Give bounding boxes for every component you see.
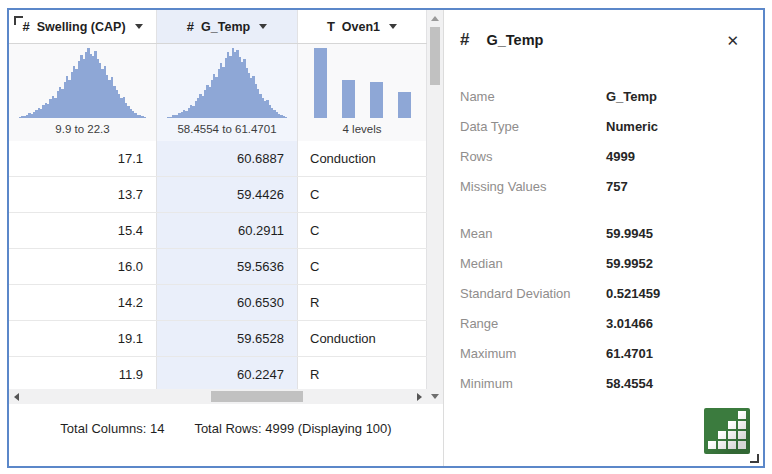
field-value: 4999: [606, 149, 635, 164]
resize-handle-bottom-right[interactable]: [750, 454, 759, 463]
table-cell[interactable]: 59.6528: [157, 321, 298, 356]
field-value: 3.01466: [606, 316, 653, 331]
table-cell[interactable]: Conduction: [298, 141, 427, 176]
dropdown-caret-icon[interactable]: [135, 24, 143, 29]
total-rows-label: Total Rows: 4999 (Displaying 100): [194, 421, 391, 436]
table-cell[interactable]: C: [298, 249, 427, 284]
panel-field: Minimum58.4554: [460, 368, 743, 398]
field-value: 59.9945: [606, 226, 653, 241]
numeric-type-icon: #: [22, 19, 29, 34]
table-row: 13.759.4426C: [9, 177, 443, 213]
field-label: Minimum: [460, 376, 606, 391]
table-row: 11.960.2247R: [9, 357, 443, 389]
column-range-label: 4 levels: [298, 118, 426, 141]
table-cell[interactable]: 60.2911: [157, 213, 298, 248]
total-columns-label: Total Columns: 14: [60, 421, 164, 436]
stair-column: [718, 431, 726, 449]
panel-field: NameG_Temp: [460, 81, 743, 111]
table-row: 16.059.5636C: [9, 249, 443, 285]
table-cell[interactable]: 19.1: [9, 321, 157, 356]
table-cell[interactable]: 13.7: [9, 177, 157, 212]
panel-field: Maximum61.4701: [460, 338, 743, 368]
table-rows: 17.160.6887Conduction13.759.4426C15.460.…: [9, 141, 443, 389]
column-summary-row: 9.9 to 22.358.4554 to 61.47014 levels: [9, 44, 443, 141]
table-cell[interactable]: 59.5636: [157, 249, 298, 284]
table-cell[interactable]: C: [298, 177, 427, 212]
stair-column: [708, 441, 716, 449]
text-type-icon: T: [327, 19, 335, 34]
column-summary-swelling-cap[interactable]: 9.9 to 22.3: [9, 44, 157, 141]
field-label: Maximum: [460, 346, 606, 361]
scroll-up-icon[interactable]: [431, 16, 439, 21]
spark-bar: [370, 82, 383, 118]
panel-field: Missing Values757: [460, 171, 743, 201]
panel-fields: NameG_TempData TypeNumericRows4999Missin…: [460, 81, 743, 398]
data-table-widget: #Swelling (CAP)#G_TempTOven1 9.9 to 22.3…: [7, 8, 765, 468]
table-cell[interactable]: 15.4: [9, 213, 157, 248]
table-cell[interactable]: 17.1: [9, 141, 157, 176]
table-row: 17.160.6887Conduction: [9, 141, 443, 177]
column-summary-oven1[interactable]: 4 levels: [298, 44, 427, 141]
numeric-type-icon: #: [460, 30, 469, 50]
spark-bar: [398, 92, 411, 118]
panel-field: Standard Deviation0.521459: [460, 278, 743, 308]
column-summary-g-temp[interactable]: 58.4554 to 61.4701: [157, 44, 298, 141]
panel-field: Mean59.9945: [460, 218, 743, 248]
field-label: Standard Deviation: [460, 286, 606, 301]
table-cell[interactable]: 16.0: [9, 249, 157, 284]
table-area: #Swelling (CAP)#G_TempTOven1 9.9 to 22.3…: [9, 10, 443, 466]
column-header-swelling-cap[interactable]: #Swelling (CAP): [9, 10, 157, 43]
dropdown-caret-icon[interactable]: [259, 24, 267, 29]
field-value: 61.4701: [606, 346, 653, 361]
table-cell[interactable]: 60.6530: [157, 285, 298, 320]
field-label: Mean: [460, 226, 606, 241]
stairs-bars-icon: [708, 411, 746, 449]
close-icon[interactable]: ✕: [722, 30, 743, 51]
table-cell[interactable]: R: [298, 285, 427, 320]
table-cell[interactable]: 60.2247: [157, 357, 298, 389]
panel-field: Median59.9952: [460, 248, 743, 278]
numeric-type-icon: #: [187, 19, 194, 34]
field-label: Rows: [460, 149, 606, 164]
spark-bar: [342, 80, 355, 119]
field-value: 59.9952: [606, 256, 653, 271]
resize-handle-top-left[interactable]: [14, 16, 23, 25]
stair-column: [738, 411, 746, 449]
column-label: G_Temp: [201, 20, 250, 34]
scroll-right-icon[interactable]: [417, 393, 422, 401]
panel-field: Data TypeNumeric: [460, 111, 743, 141]
table-cell[interactable]: R: [298, 357, 427, 389]
table-cell[interactable]: 14.2: [9, 285, 157, 320]
field-value: G_Temp: [606, 89, 657, 104]
horizontal-scrollbar-thumb[interactable]: [211, 391, 303, 402]
stair-column: [728, 421, 736, 449]
column-range-label: 58.4554 to 61.4701: [157, 118, 297, 141]
horizontal-scrollbar[interactable]: [9, 389, 427, 404]
histogram-sparkline: [167, 48, 287, 118]
field-value: Numeric: [606, 119, 658, 134]
spark-bar: [314, 48, 327, 118]
field-value: 757: [606, 179, 628, 194]
table-cell[interactable]: Conduction: [298, 321, 427, 356]
panel-title: G_Temp: [486, 32, 543, 48]
scroll-down-icon[interactable]: [431, 394, 439, 399]
field-label: Median: [460, 256, 606, 271]
table-cell[interactable]: 59.4426: [157, 177, 298, 212]
table-cell[interactable]: 11.9: [9, 357, 157, 389]
histogram-sparkline: [19, 48, 146, 118]
panel-field: Rows4999: [460, 141, 743, 171]
panel-field: Range3.01466: [460, 308, 743, 338]
vertical-scrollbar[interactable]: [427, 10, 443, 404]
histogram-chart-button[interactable]: [704, 408, 750, 454]
vertical-scrollbar-thumb[interactable]: [430, 27, 440, 85]
status-bar: Total Columns: 14 Total Rows: 4999 (Disp…: [9, 404, 443, 466]
column-header-oven1[interactable]: TOven1: [298, 10, 427, 43]
table-header-row: #Swelling (CAP)#G_TempTOven1: [9, 10, 443, 44]
scroll-left-icon[interactable]: [14, 393, 19, 401]
table-row: 19.159.6528Conduction: [9, 321, 443, 357]
table-cell[interactable]: C: [298, 213, 427, 248]
bars-sparkline: [308, 48, 416, 118]
table-cell[interactable]: 60.6887: [157, 141, 298, 176]
column-header-g-temp[interactable]: #G_Temp: [157, 10, 298, 43]
dropdown-caret-icon[interactable]: [389, 24, 397, 29]
